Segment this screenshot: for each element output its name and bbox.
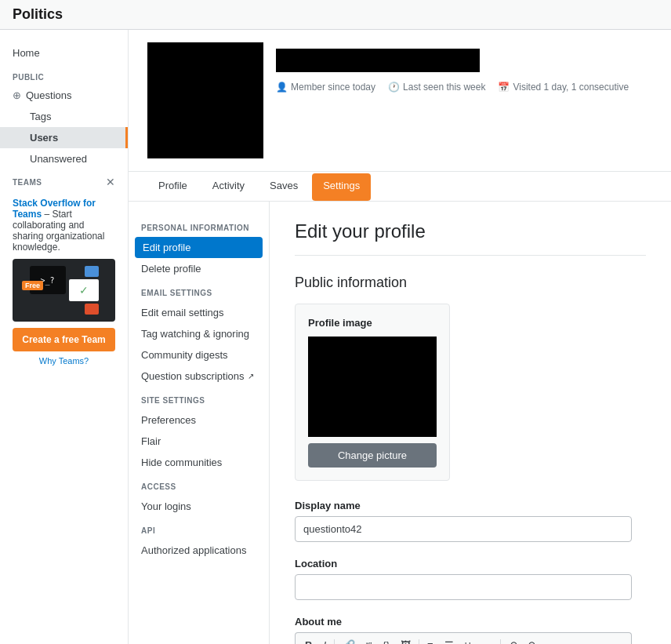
sidebar-item-home[interactable]: Home	[0, 42, 128, 64]
image-button[interactable]: 🖼	[396, 636, 415, 644]
redo-button[interactable]: ↷	[524, 636, 542, 644]
sidebar-item-users[interactable]: Users	[0, 127, 128, 148]
profile-image-preview	[308, 337, 437, 437]
settings-section-personal: PERSONAL INFORMATION	[129, 214, 269, 237]
message-icon	[85, 304, 99, 315]
teams-section-header: TEAMS ✕	[0, 169, 128, 191]
rule-button[interactable]: ―	[477, 636, 497, 644]
settings-section-api: API	[129, 517, 269, 540]
tab-saves[interactable]: Saves	[259, 172, 309, 201]
top-bar: Politics	[0, 0, 671, 30]
settings-item-preferences[interactable]: Preferences	[129, 409, 269, 431]
toolbar-divider-3	[500, 639, 501, 645]
profile-image-label: Profile image	[308, 317, 437, 329]
quote-button[interactable]: “”	[361, 638, 376, 645]
member-since-text: Member since today	[291, 82, 375, 93]
ordered-list-button[interactable]: ≡	[423, 636, 438, 644]
free-badge: Free	[22, 281, 43, 290]
external-link-icon: ↗	[248, 372, 254, 380]
visited: 📅 Visited 1 day, 1 consecutive	[498, 82, 629, 93]
why-teams-link[interactable]: Why Teams?	[13, 356, 115, 366]
heading-button[interactable]: H	[460, 638, 476, 645]
profile-avatar-large	[147, 42, 263, 158]
code-button[interactable]: {}	[378, 636, 394, 644]
about-me-group: About me B I 🔗 “” {} 🖼 ≡ ☰ H ―	[295, 616, 632, 644]
display-name-group: Display name	[295, 500, 646, 542]
teams-promo-text: Stack Overflow for Teams – Start collabo…	[13, 198, 115, 253]
location-input[interactable]	[295, 574, 632, 600]
public-info-title: Public information	[295, 275, 646, 291]
location-group: Location	[295, 558, 646, 600]
users-label: Users	[30, 132, 58, 144]
bold-button[interactable]: B	[300, 636, 317, 644]
settings-section-email: EMAIL SETTINGS	[129, 279, 269, 302]
settings-item-edit-email[interactable]: Edit email settings	[129, 302, 269, 323]
settings-section-access: ACCESS	[129, 473, 269, 496]
settings-content-area: PERSONAL INFORMATION Edit profile Delete…	[129, 202, 671, 644]
questions-label: Questions	[26, 89, 72, 101]
sidebar-item-unanswered[interactable]: Unanswered	[0, 148, 128, 169]
calendar-icon: 📅	[498, 82, 510, 93]
settings-item-your-logins[interactable]: Your logins	[129, 496, 269, 517]
edit-profile-title: Edit your profile	[295, 220, 646, 256]
location-label: Location	[295, 558, 646, 569]
profile-header: 👤 Member since today 🕐 Last seen this we…	[129, 30, 671, 172]
display-name-label: Display name	[295, 500, 646, 511]
teams-promo-block: Stack Overflow for Teams – Start collabo…	[0, 191, 128, 372]
member-icon: 👤	[276, 82, 288, 93]
profile-name-block	[276, 49, 480, 72]
tab-profile[interactable]: Profile	[147, 172, 198, 201]
undo-button[interactable]: ↶	[504, 636, 522, 644]
settings-item-question-subscriptions[interactable]: Question subscriptions ↗	[129, 366, 269, 387]
sidebar-item-questions[interactable]: ⊕ Questions	[0, 85, 128, 106]
settings-sidebar: PERSONAL INFORMATION Edit profile Delete…	[129, 202, 270, 644]
main-content: 👤 Member since today 🕐 Last seen this we…	[129, 30, 671, 644]
settings-item-edit-profile[interactable]: Edit profile	[135, 237, 263, 258]
page-layout: Home PUBLIC ⊕ Questions Tags Users Unans…	[0, 30, 671, 644]
change-picture-button[interactable]: Change picture	[308, 443, 437, 468]
tags-label: Tags	[30, 111, 51, 122]
member-since: 👤 Member since today	[276, 82, 375, 93]
left-sidebar: Home PUBLIC ⊕ Questions Tags Users Unans…	[0, 30, 129, 644]
last-seen-text: Last seen this week	[403, 82, 485, 93]
settings-item-delete-profile[interactable]: Delete profile	[129, 258, 269, 279]
visited-text: Visited 1 day, 1 consecutive	[513, 82, 629, 93]
edit-profile-panel: Edit your profile Public information Pro…	[270, 202, 671, 644]
clock-icon: 🕐	[388, 82, 400, 93]
editor-toolbar: B I 🔗 “” {} 🖼 ≡ ☰ H ― ↶ ↷	[295, 632, 632, 644]
unanswered-label: Unanswered	[30, 153, 87, 165]
tab-settings[interactable]: Settings	[312, 173, 371, 201]
profile-info: 👤 Member since today 🕐 Last seen this we…	[276, 42, 652, 93]
toolbar-divider-2	[419, 639, 419, 645]
italic-button[interactable]: I	[318, 636, 331, 644]
globe-icon: ⊕	[13, 89, 21, 101]
settings-item-tag-watching[interactable]: Tag watching & ignoring	[129, 323, 269, 344]
teams-promo-image: >_? ✓ Free	[13, 259, 115, 322]
settings-section-site: SITE SETTINGS	[129, 387, 269, 409]
link-button[interactable]: 🔗	[338, 636, 360, 644]
settings-item-flair[interactable]: Flair	[129, 431, 269, 452]
settings-item-community-digests[interactable]: Community digests	[129, 344, 269, 366]
check-icon: ✓	[69, 279, 99, 301]
sidebar-section-public: PUBLIC	[0, 64, 128, 85]
about-me-label: About me	[295, 616, 632, 628]
tab-activity[interactable]: Activity	[201, 172, 256, 201]
display-name-input[interactable]	[295, 516, 632, 542]
settings-item-hide-communities[interactable]: Hide communities	[129, 452, 269, 473]
teams-label: TEAMS	[13, 178, 42, 187]
chat-icon	[85, 266, 99, 277]
settings-item-authorized-apps[interactable]: Authorized applications	[129, 540, 269, 561]
profile-image-section: Profile image Change picture	[295, 304, 450, 481]
create-team-button[interactable]: Create a free Team	[13, 328, 115, 351]
teams-close-icon[interactable]: ✕	[106, 176, 115, 188]
sidebar-item-tags[interactable]: Tags	[0, 106, 128, 127]
profile-meta: 👤 Member since today 🕐 Last seen this we…	[276, 82, 652, 93]
profile-tabs: Profile Activity Saves Settings	[129, 172, 671, 202]
unordered-list-button[interactable]: ☰	[440, 636, 459, 644]
sidebar-home-label: Home	[13, 47, 40, 59]
toolbar-divider-1	[334, 639, 335, 645]
site-title: Politics	[13, 6, 63, 23]
last-seen: 🕐 Last seen this week	[388, 82, 485, 93]
